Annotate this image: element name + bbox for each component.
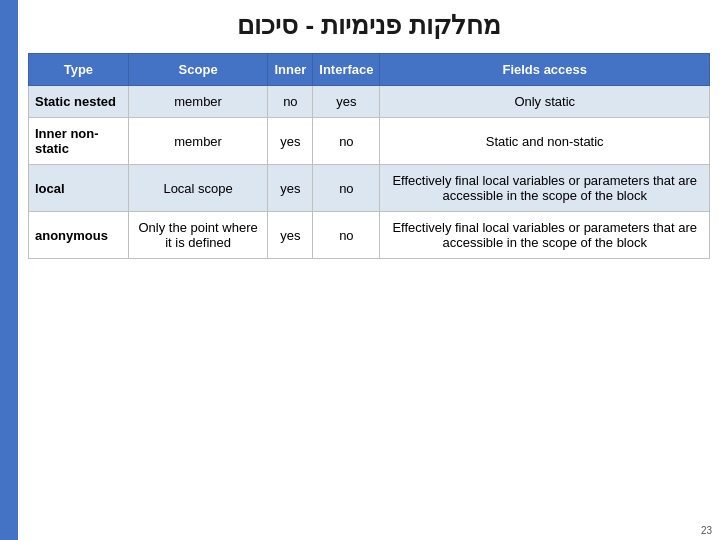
cell-interface: yes [313,86,380,118]
cell-inner: no [268,86,313,118]
cell-scope: member [128,118,268,165]
cell-type: Inner non-static [29,118,129,165]
cell-scope: Only the point where it is defined [128,212,268,259]
cell-interface: no [313,165,380,212]
cell-interface: no [313,212,380,259]
cell-fields: Only static [380,86,710,118]
col-header-scope: Scope [128,54,268,86]
main-content: מחלקות פנימיות - סיכום Type Scope Inner … [18,0,720,540]
cell-scope: member [128,86,268,118]
table-header-row: Type Scope Inner Interface Fields access [29,54,710,86]
cell-inner: yes [268,165,313,212]
cell-interface: no [313,118,380,165]
cell-inner: yes [268,212,313,259]
cell-inner: yes [268,118,313,165]
col-header-fields: Fields access [380,54,710,86]
cell-scope: Local scope [128,165,268,212]
col-header-type: Type [29,54,129,86]
cell-type: anonymous [29,212,129,259]
table-row: anonymous Only the point where it is def… [29,212,710,259]
col-header-inner: Inner [268,54,313,86]
table-row: Inner non-static member yes no Static an… [29,118,710,165]
page-wrapper: מחלקות פנימיות - סיכום Type Scope Inner … [0,0,720,540]
summary-table: Type Scope Inner Interface Fields access… [28,53,710,259]
table-row: Static nested member no yes Only static [29,86,710,118]
cell-fields: Effectively final local variables or par… [380,165,710,212]
table-row: local Local scope yes no Effectively fin… [29,165,710,212]
left-accent-bar [0,0,18,540]
cell-type: local [29,165,129,212]
cell-fields: Static and non-static [380,118,710,165]
page-title: מחלקות פנימיות - סיכום [28,10,710,41]
col-header-interface: Interface [313,54,380,86]
cell-fields: Effectively final local variables or par… [380,212,710,259]
cell-type: Static nested [29,86,129,118]
page-number: 23 [701,525,712,536]
